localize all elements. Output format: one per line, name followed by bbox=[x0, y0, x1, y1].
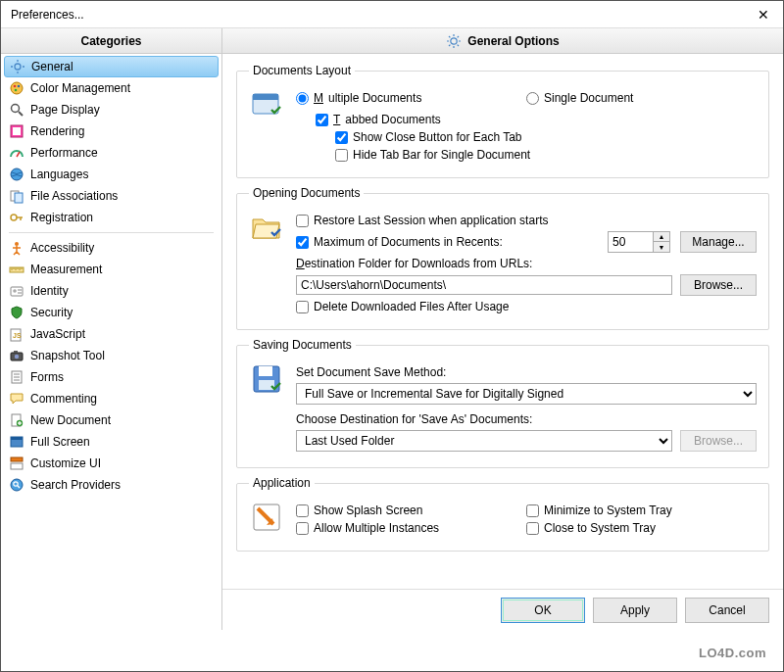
sidebar-item-color-management[interactable]: Color Management bbox=[1, 77, 221, 99]
checkbox-tabbed-input[interactable] bbox=[316, 114, 328, 126]
sidebar-item-new-document[interactable]: New Document bbox=[1, 409, 221, 431]
sidebar-item-commenting[interactable]: Commenting bbox=[1, 388, 221, 409]
svg-point-52 bbox=[451, 37, 457, 43]
svg-point-29 bbox=[13, 289, 17, 293]
sidebar-item-label: File Associations bbox=[30, 189, 118, 203]
svg-rect-36 bbox=[14, 351, 18, 353]
choose-dest-select[interactable]: Last Used Folder bbox=[296, 430, 672, 452]
checkbox-delete-downloaded[interactable]: Delete Downloaded Files After Usage bbox=[296, 300, 509, 313]
sidebar-item-page-display[interactable]: Page Display bbox=[1, 99, 221, 120]
radio-multiple-label-u: M bbox=[314, 91, 323, 105]
max-recents-spinner[interactable]: ▲ ▼ bbox=[608, 231, 670, 253]
svg-rect-64 bbox=[259, 366, 272, 376]
checkbox-show-close[interactable]: Show Close Button for Each Tab bbox=[335, 130, 522, 144]
sidebar-item-languages[interactable]: Languages bbox=[1, 164, 221, 185]
sidebar-item-rendering[interactable]: Rendering bbox=[1, 120, 221, 142]
watermark: LO4D.com bbox=[699, 646, 766, 660]
sidebar-item-snapshot-tool[interactable]: Snapshot Tool bbox=[1, 345, 221, 366]
checkbox-tabbed-documents[interactable]: Tabbed Documents bbox=[316, 113, 441, 126]
checkbox-splash-input[interactable] bbox=[296, 504, 309, 517]
svg-rect-46 bbox=[11, 437, 23, 440]
radio-single-document-input[interactable] bbox=[526, 92, 539, 105]
svg-point-8 bbox=[15, 89, 18, 92]
sidebar-item-label: Page Display bbox=[30, 103, 100, 117]
save-method-label: Set Document Save Method: bbox=[296, 365, 446, 379]
save-icon bbox=[249, 361, 284, 397]
checkbox-show-close-input[interactable] bbox=[335, 131, 348, 144]
checkbox-max-recents-label: Maximum of Documents in Recents: bbox=[314, 235, 503, 249]
browse-downloads-button[interactable]: Browse... bbox=[680, 274, 757, 296]
checkbox-min-tray[interactable]: Minimize to System Tray bbox=[526, 504, 672, 517]
sidebar-item-file-associations[interactable]: File Associations bbox=[1, 185, 221, 207]
main-header-label: General Options bbox=[467, 34, 559, 48]
spin-down-icon[interactable]: ▼ bbox=[654, 242, 669, 252]
checkbox-multi-instance-input[interactable] bbox=[296, 522, 309, 535]
legend-application: Application bbox=[249, 476, 315, 490]
checkbox-close-tray-input[interactable] bbox=[526, 522, 539, 535]
cancel-button[interactable]: Cancel bbox=[685, 598, 769, 623]
svg-text:JS: JS bbox=[13, 332, 22, 339]
sidebar-item-label: Security bbox=[30, 306, 73, 319]
sidebar-item-label: Languages bbox=[30, 168, 88, 181]
sidebar-item-measurement[interactable]: Measurement bbox=[1, 259, 221, 280]
checkbox-delete-downloaded-input[interactable] bbox=[296, 301, 309, 313]
magnifier-icon bbox=[9, 102, 24, 118]
app-icon bbox=[249, 500, 284, 535]
checkbox-multi-instance[interactable]: Allow Multiple Instances bbox=[296, 521, 439, 535]
apply-button[interactable]: Apply bbox=[593, 598, 677, 623]
checkbox-restore-session[interactable]: Restore Last Session when application st… bbox=[296, 214, 548, 227]
sidebar-item-label: Customize UI bbox=[30, 456, 101, 470]
sidebar-item-label: General bbox=[31, 60, 74, 73]
sidebar-item-identity[interactable]: Identity bbox=[1, 280, 221, 302]
sidebar-item-javascript[interactable]: JSJavaScript bbox=[1, 323, 221, 345]
bottom-bar: OK Apply Cancel bbox=[222, 589, 783, 630]
content: Documents Layout Multiple Documents bbox=[222, 54, 783, 589]
ok-button[interactable]: OK bbox=[501, 598, 585, 623]
checkbox-tabbed-label: abbed Documents bbox=[345, 113, 440, 126]
radio-multiple-documents-input[interactable] bbox=[296, 92, 309, 105]
checkbox-splash[interactable]: Show Splash Screen bbox=[296, 504, 422, 517]
svg-rect-47 bbox=[11, 457, 23, 461]
sidebar-item-accessibility[interactable]: Accessibility bbox=[1, 237, 221, 259]
checkbox-close-tray[interactable]: Close to System Tray bbox=[526, 521, 656, 535]
radio-multiple-documents[interactable]: Multiple Documents bbox=[296, 91, 421, 105]
sidebar-item-security[interactable]: Security bbox=[1, 302, 221, 323]
sidebar-item-registration[interactable]: Registration bbox=[1, 207, 221, 228]
sidebar-item-customize-ui[interactable]: Customize UI bbox=[1, 453, 221, 474]
manage-button[interactable]: Manage... bbox=[680, 231, 757, 253]
main-panel: General Options Documents Layout bbox=[222, 28, 783, 630]
checkbox-min-tray-input[interactable] bbox=[526, 504, 539, 517]
fieldset-saving-documents: Saving Documents Set Document Save Metho… bbox=[236, 338, 769, 468]
sidebar-item-forms[interactable]: Forms bbox=[1, 366, 221, 388]
sidebar-item-label: Forms bbox=[30, 370, 64, 384]
checkbox-hide-tab-bar[interactable]: Hide Tab Bar for Single Document bbox=[335, 148, 530, 162]
sidebar-list: GeneralColor ManagementPage DisplayRende… bbox=[1, 54, 221, 498]
checkbox-max-recents[interactable]: Maximum of Documents in Recents: bbox=[296, 235, 598, 249]
svg-point-5 bbox=[11, 82, 23, 94]
dest-folder-input[interactable] bbox=[296, 275, 672, 295]
main-header: General Options bbox=[222, 28, 783, 54]
sidebar-item-label: Full Screen bbox=[30, 435, 90, 449]
close-icon[interactable]: ✕ bbox=[752, 5, 775, 24]
max-recents-value[interactable] bbox=[608, 231, 653, 253]
sidebar-item-label: Commenting bbox=[30, 392, 97, 406]
sidebar-item-performance[interactable]: Performance bbox=[1, 142, 221, 164]
globe-icon bbox=[9, 167, 24, 182]
sidebar-item-label: Measurement bbox=[30, 263, 102, 276]
sidebar-item-search-providers[interactable]: Search Providers bbox=[1, 474, 221, 496]
sidebar-item-label: Registration bbox=[30, 211, 93, 224]
checkbox-restore-session-input[interactable] bbox=[296, 215, 309, 227]
radio-single-document[interactable]: Single Document bbox=[526, 91, 633, 105]
svg-line-57 bbox=[449, 36, 450, 37]
sidebar-item-general[interactable]: General bbox=[4, 56, 219, 77]
svg-point-35 bbox=[15, 355, 19, 359]
radio-single-label: Single Document bbox=[544, 91, 633, 105]
checkbox-hide-tab-bar-input[interactable] bbox=[335, 149, 348, 162]
spin-up-icon[interactable]: ▲ bbox=[654, 232, 669, 242]
checkbox-delete-downloaded-label: Delete Downloaded Files After Usage bbox=[314, 300, 509, 313]
checkbox-close-tray-label: Close to System Tray bbox=[544, 521, 656, 535]
sidebar-item-full-screen[interactable]: Full Screen bbox=[1, 431, 221, 453]
checkbox-max-recents-input[interactable] bbox=[296, 236, 309, 249]
save-method-select[interactable]: Full Save or Incremental Save for Digita… bbox=[296, 383, 757, 405]
snapshot-icon bbox=[9, 348, 24, 363]
